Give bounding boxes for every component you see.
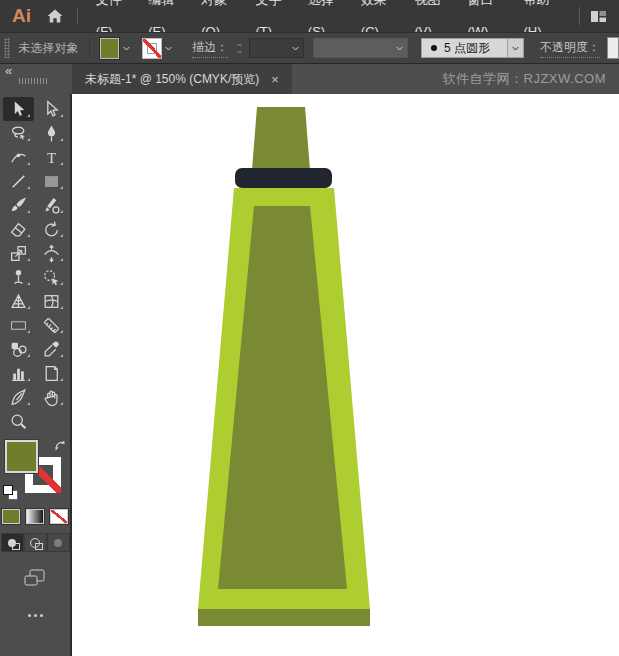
opacity-label[interactable]: 不透明度： [540,39,600,58]
puppet-warp-tool[interactable] [3,265,34,289]
collapse-panel-icon[interactable]: « [5,63,11,78]
lasso-tool[interactable] [3,121,34,145]
eraser-tool[interactable] [3,217,34,241]
illustrator-logo: Ai [12,5,31,27]
tool-grid: T [3,97,67,433]
shaper-tool-icon [42,196,61,215]
menu-bar: Ai 文件(F) 编辑(E) 对象(O) 文字(T) 选择(S) 效果(C) 视… [0,0,619,32]
home-icon [46,8,64,24]
stroke-color-dropdown[interactable] [162,38,176,58]
gradient-button[interactable] [26,509,44,524]
home-button[interactable] [46,8,64,24]
zoom-tool-icon [9,412,28,431]
shape-builder-tool[interactable] [36,265,67,289]
brush-definition-select[interactable]: 5 点圆形 [421,38,524,58]
chevron-down-icon [164,44,173,53]
gradient-tool-icon [9,316,28,335]
scale-tool-icon [9,244,28,263]
toolbar-drag-handle[interactable] [19,78,49,84]
zoom-tool[interactable] [3,409,34,433]
slice-tool[interactable] [3,385,34,409]
stepper-down-icon [235,49,244,55]
chevron-down-icon [395,44,404,53]
brush-preview-dot [431,45,437,51]
drawing-mode-buttons [1,533,70,552]
stroke-weight-label[interactable]: 描边： [192,39,228,58]
control-divider [89,38,90,58]
tube-base-bar-shape[interactable] [198,609,370,626]
shaper-tool[interactable] [36,193,67,217]
hand-tool[interactable] [36,385,67,409]
swap-fill-stroke-icon[interactable] [53,438,67,451]
slice-tool-icon [9,388,28,407]
column-graph-tool[interactable] [3,361,34,385]
opacity-input[interactable] [607,37,619,59]
tab-row: « 未标题-1* @ 150% (CMYK/预览) × 软件自学网：RJZXW.… [0,64,619,94]
workspace-switcher-button[interactable] [590,9,607,24]
fill-color-dropdown[interactable] [119,38,133,58]
direct-selection-tool[interactable] [36,97,67,121]
paintbrush-tool[interactable] [3,193,34,217]
fill-indicator[interactable] [5,440,38,473]
measure-tool[interactable] [36,313,67,337]
mesh-tool[interactable] [36,289,67,313]
artboard-canvas[interactable] [72,94,619,656]
document-tab-strip: 未标题-1* @ 150% (CMYK/预览) × 软件自学网：RJZXW.CO… [72,64,619,94]
perspective-grid-tool[interactable] [3,289,34,313]
tube-neck-shape[interactable] [252,107,310,170]
stroke-color-swatch[interactable] [142,38,162,59]
curvature-tool[interactable] [3,145,34,169]
none-diagonal [143,39,161,58]
fill-color-swatch[interactable] [100,38,120,59]
direct-selection-tool-icon [42,100,61,119]
chevron-down-icon [122,44,131,53]
document-tab[interactable]: 未标题-1* @ 150% (CMYK/预览) × [72,64,292,94]
lasso-tool-icon [9,124,28,143]
selection-tool-icon [9,100,28,119]
green-paint-tube-artwork[interactable] [72,94,617,656]
close-icon[interactable]: × [271,73,279,86]
color-button[interactable] [2,509,20,524]
stroke-weight-stepper[interactable] [235,38,247,58]
tools-panel: T [0,94,72,656]
illustrator-window: Ai 文件(F) 编辑(E) 对象(O) 文字(T) 选择(S) 效果(C) 视… [0,0,619,656]
mesh-tool-icon [42,292,61,311]
draw-behind-mode[interactable] [24,533,47,552]
workspace-switcher-icon [590,9,607,24]
shape-builder-tool-icon [42,268,61,287]
rectangle-tool-icon [42,172,61,191]
panel-drag-handle[interactable] [4,38,10,58]
draw-inside-mode[interactable] [47,533,70,552]
artboard-tool-icon [42,364,61,383]
line-segment-tool-icon [9,172,28,191]
scale-tool[interactable] [3,241,34,265]
blend-tool[interactable] [3,337,34,361]
screen-mode-icon [23,568,47,588]
eraser-tool-icon [9,220,28,239]
more-options-dots-icon[interactable] [28,614,43,617]
control-bar: 未选择对象 描边： [0,32,619,64]
draw-behind-icon [30,538,40,548]
width-tool-icon [42,244,61,263]
width-tool[interactable] [36,241,67,265]
selection-tool[interactable] [3,97,34,121]
pen-tool[interactable] [36,121,67,145]
line-segment-tool[interactable] [3,169,34,193]
eyedropper-tool[interactable] [36,337,67,361]
screen-mode-button[interactable] [23,568,47,592]
stroke-weight-select[interactable] [249,38,304,58]
artboard-tool[interactable] [36,361,67,385]
type-tool-icon: T [42,148,61,167]
draw-normal-mode[interactable] [1,533,24,552]
rectangle-tool[interactable] [36,169,67,193]
type-tool[interactable]: T [36,145,67,169]
gradient-tool[interactable] [3,313,34,337]
tube-cap-shape[interactable] [235,168,332,188]
stepper-up-icon [235,42,244,48]
rotate-tool[interactable] [36,217,67,241]
brush-definition-value: 5 点圆形 [444,40,490,57]
default-fill-stroke-icon[interactable] [2,484,19,500]
none-button[interactable] [50,509,68,524]
toolbar-header: « [0,64,72,94]
menu-divider [77,7,78,25]
